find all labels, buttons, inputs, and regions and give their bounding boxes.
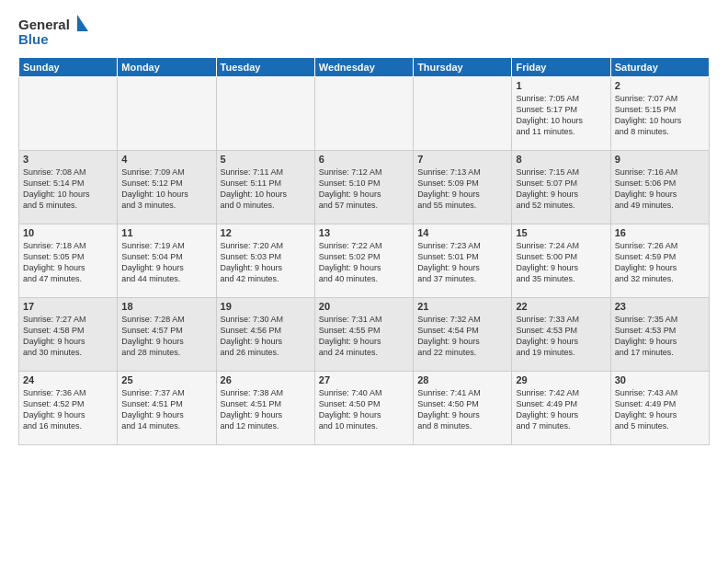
calendar-cell: 9Sunrise: 7:16 AM Sunset: 5:06 PM Daylig…: [610, 151, 709, 224]
weekday-header-wednesday: Wednesday: [314, 58, 413, 77]
calendar-cell: 5Sunrise: 7:11 AM Sunset: 5:11 PM Daylig…: [216, 151, 314, 224]
page: GeneralBlue SundayMondayTuesdayWednesday…: [0, 0, 728, 454]
calendar-cell: [19, 77, 118, 151]
weekday-header-monday: Monday: [118, 58, 216, 77]
day-info: Sunrise: 7:13 AM Sunset: 5:09 PM Dayligh…: [417, 167, 507, 212]
day-info: Sunrise: 7:37 AM Sunset: 4:51 PM Dayligh…: [121, 387, 211, 432]
day-info: Sunrise: 7:33 AM Sunset: 4:53 PM Dayligh…: [516, 314, 606, 359]
weekday-header-friday: Friday: [512, 58, 610, 77]
calendar-cell: [414, 77, 512, 151]
calendar-cell: 8Sunrise: 7:15 AM Sunset: 5:07 PM Daylig…: [512, 151, 610, 224]
day-info: Sunrise: 7:22 AM Sunset: 5:02 PM Dayligh…: [319, 240, 409, 285]
weekday-header-thursday: Thursday: [414, 58, 512, 77]
svg-marker-2: [77, 15, 88, 31]
calendar-cell: 15Sunrise: 7:24 AM Sunset: 5:00 PM Dayli…: [512, 224, 610, 298]
day-info: Sunrise: 7:42 AM Sunset: 4:49 PM Dayligh…: [516, 387, 606, 432]
calendar-cell: 23Sunrise: 7:35 AM Sunset: 4:53 PM Dayli…: [610, 298, 709, 372]
day-number: 16: [615, 227, 705, 238]
calendar-cell: [118, 77, 216, 151]
day-number: 19: [221, 301, 311, 312]
day-number: 9: [615, 154, 705, 165]
day-number: 26: [221, 374, 311, 385]
calendar-cell: 27Sunrise: 7:40 AM Sunset: 4:50 PM Dayli…: [314, 372, 413, 445]
calendar-cell: 30Sunrise: 7:43 AM Sunset: 4:49 PM Dayli…: [610, 372, 709, 445]
day-number: 3: [23, 154, 113, 165]
svg-text:General: General: [18, 17, 70, 32]
calendar-cell: 6Sunrise: 7:12 AM Sunset: 5:10 PM Daylig…: [314, 151, 413, 224]
day-number: 11: [121, 227, 211, 238]
calendar-cell: 22Sunrise: 7:33 AM Sunset: 4:53 PM Dayli…: [512, 298, 610, 372]
day-info: Sunrise: 7:31 AM Sunset: 4:55 PM Dayligh…: [319, 314, 409, 359]
day-number: 24: [23, 374, 113, 385]
day-number: 20: [319, 301, 409, 312]
calendar-cell: [216, 77, 314, 151]
day-info: Sunrise: 7:09 AM Sunset: 5:12 PM Dayligh…: [121, 167, 211, 212]
calendar-cell: 2Sunrise: 7:07 AM Sunset: 5:15 PM Daylig…: [610, 77, 709, 151]
weekday-header-saturday: Saturday: [610, 58, 709, 77]
day-number: 1: [516, 80, 606, 91]
day-number: 23: [615, 301, 705, 312]
day-number: 10: [23, 227, 113, 238]
week-row-4: 17Sunrise: 7:27 AM Sunset: 4:58 PM Dayli…: [19, 298, 710, 372]
week-row-5: 24Sunrise: 7:36 AM Sunset: 4:52 PM Dayli…: [19, 372, 710, 445]
day-number: 12: [221, 227, 311, 238]
calendar-cell: 24Sunrise: 7:36 AM Sunset: 4:52 PM Dayli…: [19, 372, 118, 445]
day-info: Sunrise: 7:38 AM Sunset: 4:51 PM Dayligh…: [221, 387, 311, 432]
day-number: 18: [121, 301, 211, 312]
day-number: 5: [221, 154, 311, 165]
calendar-cell: 21Sunrise: 7:32 AM Sunset: 4:54 PM Dayli…: [414, 298, 512, 372]
day-info: Sunrise: 7:12 AM Sunset: 5:10 PM Dayligh…: [319, 167, 409, 212]
week-row-2: 3Sunrise: 7:08 AM Sunset: 5:14 PM Daylig…: [19, 151, 710, 224]
calendar-cell: 3Sunrise: 7:08 AM Sunset: 5:14 PM Daylig…: [19, 151, 118, 224]
calendar-cell: 1Sunrise: 7:05 AM Sunset: 5:17 PM Daylig…: [512, 77, 610, 151]
day-number: 30: [615, 374, 705, 385]
weekday-header-sunday: Sunday: [19, 58, 118, 77]
calendar-cell: 11Sunrise: 7:19 AM Sunset: 5:04 PM Dayli…: [118, 224, 216, 298]
calendar-cell: 13Sunrise: 7:22 AM Sunset: 5:02 PM Dayli…: [314, 224, 413, 298]
day-info: Sunrise: 7:30 AM Sunset: 4:56 PM Dayligh…: [221, 314, 311, 359]
day-number: 17: [23, 301, 113, 312]
day-number: 4: [121, 154, 211, 165]
calendar-cell: 17Sunrise: 7:27 AM Sunset: 4:58 PM Dayli…: [19, 298, 118, 372]
day-info: Sunrise: 7:28 AM Sunset: 4:57 PM Dayligh…: [121, 314, 211, 359]
calendar-cell: 19Sunrise: 7:30 AM Sunset: 4:56 PM Dayli…: [216, 298, 314, 372]
day-number: 6: [319, 154, 409, 165]
calendar-cell: 12Sunrise: 7:20 AM Sunset: 5:03 PM Dayli…: [216, 224, 314, 298]
day-number: 28: [417, 374, 507, 385]
day-info: Sunrise: 7:11 AM Sunset: 5:11 PM Dayligh…: [221, 167, 311, 212]
calendar-cell: 29Sunrise: 7:42 AM Sunset: 4:49 PM Dayli…: [512, 372, 610, 445]
day-info: Sunrise: 7:18 AM Sunset: 5:05 PM Dayligh…: [23, 240, 113, 285]
day-info: Sunrise: 7:19 AM Sunset: 5:04 PM Dayligh…: [121, 240, 211, 285]
week-row-3: 10Sunrise: 7:18 AM Sunset: 5:05 PM Dayli…: [19, 224, 710, 298]
calendar-table: SundayMondayTuesdayWednesdayThursdayFrid…: [18, 57, 710, 445]
day-info: Sunrise: 7:24 AM Sunset: 5:00 PM Dayligh…: [516, 240, 606, 285]
day-number: 27: [319, 374, 409, 385]
day-number: 14: [417, 227, 507, 238]
day-info: Sunrise: 7:27 AM Sunset: 4:58 PM Dayligh…: [23, 314, 113, 359]
calendar-cell: 28Sunrise: 7:41 AM Sunset: 4:50 PM Dayli…: [414, 372, 512, 445]
weekday-header-tuesday: Tuesday: [216, 58, 314, 77]
logo: GeneralBlue: [18, 15, 92, 48]
calendar-cell: 18Sunrise: 7:28 AM Sunset: 4:57 PM Dayli…: [118, 298, 216, 372]
calendar-cell: 10Sunrise: 7:18 AM Sunset: 5:05 PM Dayli…: [19, 224, 118, 298]
header: GeneralBlue: [18, 15, 710, 48]
day-info: Sunrise: 7:36 AM Sunset: 4:52 PM Dayligh…: [23, 387, 113, 432]
day-info: Sunrise: 7:40 AM Sunset: 4:50 PM Dayligh…: [319, 387, 409, 432]
day-info: Sunrise: 7:15 AM Sunset: 5:07 PM Dayligh…: [516, 167, 606, 212]
day-info: Sunrise: 7:05 AM Sunset: 5:17 PM Dayligh…: [516, 93, 606, 138]
day-info: Sunrise: 7:20 AM Sunset: 5:03 PM Dayligh…: [221, 240, 311, 285]
day-info: Sunrise: 7:41 AM Sunset: 4:50 PM Dayligh…: [417, 387, 507, 432]
logo-icon: GeneralBlue: [18, 15, 92, 48]
day-number: 25: [121, 374, 211, 385]
calendar-cell: 7Sunrise: 7:13 AM Sunset: 5:09 PM Daylig…: [414, 151, 512, 224]
calendar-cell: 26Sunrise: 7:38 AM Sunset: 4:51 PM Dayli…: [216, 372, 314, 445]
calendar-cell: 16Sunrise: 7:26 AM Sunset: 4:59 PM Dayli…: [610, 224, 709, 298]
day-info: Sunrise: 7:08 AM Sunset: 5:14 PM Dayligh…: [23, 167, 113, 212]
day-number: 29: [516, 374, 606, 385]
day-info: Sunrise: 7:32 AM Sunset: 4:54 PM Dayligh…: [417, 314, 507, 359]
day-number: 15: [516, 227, 606, 238]
calendar-cell: 25Sunrise: 7:37 AM Sunset: 4:51 PM Dayli…: [118, 372, 216, 445]
calendar-cell: 4Sunrise: 7:09 AM Sunset: 5:12 PM Daylig…: [118, 151, 216, 224]
week-row-1: 1Sunrise: 7:05 AM Sunset: 5:17 PM Daylig…: [19, 77, 710, 151]
day-number: 2: [615, 80, 705, 91]
